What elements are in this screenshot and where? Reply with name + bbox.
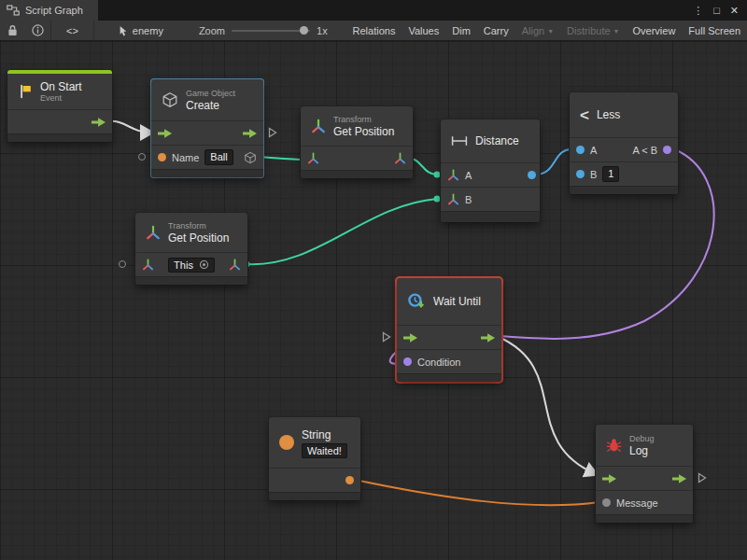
b-input-port[interactable]	[576, 170, 585, 178]
node-wait-until[interactable]: Wait Until Condition	[397, 278, 501, 382]
zoom-slider[interactable]	[232, 30, 310, 32]
port-label: Name	[172, 152, 199, 163]
target-icon	[199, 259, 209, 270]
node-footer	[135, 276, 247, 285]
unconnected-port-circle	[119, 260, 126, 268]
lock-button[interactable]	[0, 21, 25, 40]
chevron-down-icon: ▼	[613, 28, 620, 35]
flow-output-port[interactable]	[243, 129, 257, 138]
game-object-output-port[interactable]	[244, 151, 257, 164]
window-close-icon[interactable]: ✕	[730, 5, 739, 17]
distribute-button[interactable]: Distribute▼	[560, 21, 626, 40]
node-category: Debug	[629, 434, 655, 444]
output-label: A < B	[632, 145, 657, 156]
node-footer	[397, 373, 501, 382]
node-title: Distance	[475, 134, 519, 147]
a-input-port[interactable]	[576, 146, 585, 154]
vector-a-input-port[interactable]	[447, 169, 459, 181]
values-button[interactable]: Values	[402, 21, 445, 40]
cube-icon	[162, 91, 178, 108]
node-title: Less	[597, 108, 620, 121]
node-debug-log[interactable]: Debug Log Message	[596, 425, 693, 523]
align-button[interactable]: Align▼	[515, 21, 560, 40]
node-title: Create	[186, 99, 235, 112]
flow-output-port[interactable]	[92, 118, 106, 127]
window-maximize-icon[interactable]: □	[713, 5, 720, 16]
vector-b-input-port[interactable]	[447, 193, 459, 205]
node-footer	[441, 211, 540, 222]
flag-icon	[18, 84, 33, 99]
carry-button[interactable]: Carry	[477, 21, 515, 40]
unconnected-port-circle	[138, 153, 146, 161]
port-label: A	[465, 170, 472, 181]
toolbar-separator	[93, 21, 94, 40]
flow-input-port[interactable]	[403, 333, 417, 343]
window-menu-icon[interactable]: ⋮	[693, 5, 703, 17]
node-category: Game Object	[186, 89, 235, 99]
name-value-field[interactable]: Ball	[204, 149, 233, 165]
graph-canvas[interactable]: On Start Event Game Object Create Name B…	[0, 41, 747, 560]
graph-asset-icon	[119, 25, 128, 36]
b-value-field[interactable]: 1	[602, 166, 619, 182]
value-output-port[interactable]	[345, 476, 354, 484]
zoom-label: Zoom	[199, 25, 225, 36]
position-output-port[interactable]	[394, 152, 406, 164]
node-title: Get Position	[333, 125, 394, 138]
graph-toolbar: <> enemy Zoom 1x Relations Values Dim Ca…	[0, 21, 747, 41]
distance-icon	[451, 135, 468, 147]
node-on-start-event[interactable]: On Start Event	[7, 70, 112, 142]
name-input-port[interactable]	[158, 153, 166, 161]
transform-icon	[146, 225, 161, 240]
tab-script-graph[interactable]: Script Graph	[0, 0, 98, 21]
zoom-value: 1x	[317, 25, 328, 36]
wire-string-to-debuglog	[355, 480, 599, 505]
node-get-position-top[interactable]: Transform Get Position	[301, 106, 413, 178]
node-category: Transform	[168, 221, 229, 231]
less-icon: <	[580, 107, 589, 123]
tab-title: Script Graph	[25, 5, 83, 16]
node-string[interactable]: String Waited!	[269, 417, 360, 500]
flow-continue-arrow-icon	[268, 127, 277, 138]
node-footer	[570, 186, 678, 194]
node-category: Transform	[333, 115, 394, 125]
condition-input-port[interactable]	[403, 357, 412, 366]
zoom-slider-knob[interactable]	[300, 26, 308, 35]
wire-waituntil-to-debuglog	[499, 337, 596, 474]
flow-input-port[interactable]	[158, 129, 172, 138]
edit-source-button[interactable]: <>	[51, 21, 93, 40]
dim-button[interactable]: Dim	[445, 21, 477, 40]
string-value-field[interactable]: Waited!	[302, 443, 347, 458]
node-less[interactable]: < Less A A < B B 1	[570, 92, 678, 194]
transform-input-port[interactable]	[307, 152, 319, 164]
node-title: On Start	[40, 80, 82, 93]
transform-target-dropdown[interactable]: This	[168, 258, 215, 273]
info-icon	[32, 24, 44, 36]
message-input-port[interactable]	[602, 498, 611, 507]
node-distance[interactable]: Distance A B	[441, 119, 540, 222]
overview-button[interactable]: Overview	[627, 21, 683, 40]
code-icon: <>	[66, 25, 78, 36]
wire-onstart-to-create	[108, 121, 151, 133]
result-output-port[interactable]	[528, 171, 536, 179]
node-game-object-create[interactable]: Game Object Create Name Ball	[151, 79, 263, 177]
port-label: A	[590, 145, 597, 156]
relations-button[interactable]: Relations	[346, 21, 402, 40]
full-screen-button[interactable]: Full Screen	[682, 21, 747, 40]
node-subtitle: Event	[40, 93, 82, 104]
node-get-position-bottom[interactable]: Transform Get Position This	[135, 213, 247, 285]
node-footer	[596, 514, 693, 523]
result-output-port[interactable]	[663, 146, 671, 154]
node-footer	[301, 170, 413, 178]
wait-clock-icon	[407, 292, 426, 311]
flow-output-port[interactable]	[481, 333, 495, 343]
graph-breadcrumb[interactable]: enemy	[119, 25, 163, 36]
flow-input-port[interactable]	[602, 474, 616, 483]
flow-output-port[interactable]	[672, 474, 686, 483]
string-icon	[279, 435, 294, 450]
zoom-control: Zoom 1x	[199, 25, 328, 36]
position-output-port[interactable]	[229, 259, 241, 271]
node-footer	[151, 169, 263, 177]
port-label: Message	[616, 497, 658, 509]
info-button[interactable]	[25, 21, 50, 40]
transform-input-port[interactable]	[142, 259, 154, 271]
